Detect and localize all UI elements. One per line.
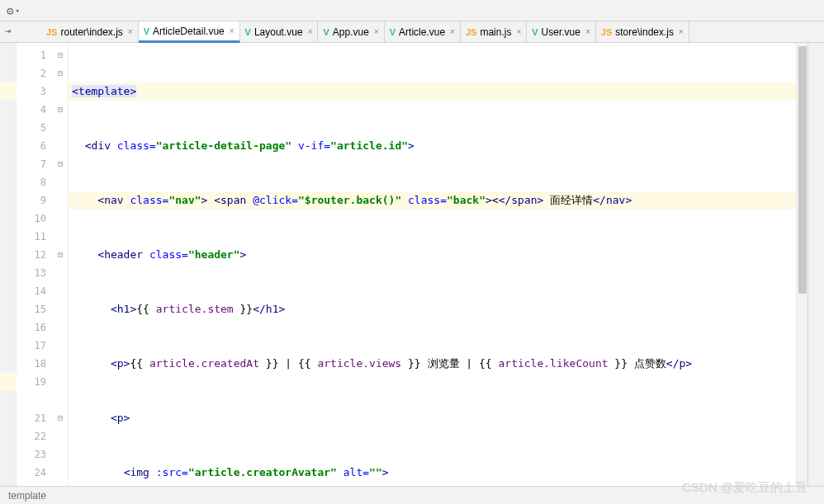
fold-toggle-icon[interactable]: ⊟ bbox=[53, 246, 68, 264]
vue-file-icon: V bbox=[245, 27, 251, 37]
dropdown-icon[interactable]: ▾ bbox=[15, 7, 19, 15]
line-number[interactable]: 8 bbox=[17, 173, 53, 191]
line-number[interactable]: 18 bbox=[17, 355, 53, 373]
tab-articledetail-vue[interactable]: VArticleDetail.vue× bbox=[139, 21, 240, 43]
js-file-icon: JS bbox=[466, 27, 476, 37]
editor-area: 123456789101112131415161718192122232425 … bbox=[0, 43, 824, 486]
code-content[interactable]: <template> <div class="article-detail-pa… bbox=[68, 43, 796, 486]
right-sidebar bbox=[807, 43, 824, 486]
tab-label: main.js bbox=[480, 26, 511, 38]
vue-file-icon: V bbox=[532, 27, 537, 37]
code-line-3[interactable]: <nav class="nav"> <span @click="$router.… bbox=[69, 191, 796, 210]
line-number[interactable]: 2 bbox=[17, 64, 53, 82]
tab-layout-vue[interactable]: VLayout.vue× bbox=[240, 21, 319, 42]
tab-label: App.vue bbox=[333, 26, 369, 38]
gear-icon[interactable]: ⚙ bbox=[7, 4, 13, 17]
tab-label: ArticleDetail.vue bbox=[153, 26, 225, 37]
fold-toggle-icon[interactable]: ⊟ bbox=[53, 64, 68, 82]
vue-file-icon: V bbox=[390, 27, 395, 37]
line-number[interactable]: 12 bbox=[17, 246, 53, 264]
tab-app-vue[interactable]: VApp.vue× bbox=[318, 21, 384, 42]
js-file-icon: JS bbox=[46, 27, 57, 37]
line-number[interactable]: 10 bbox=[17, 210, 53, 228]
close-icon[interactable]: × bbox=[128, 27, 133, 36]
tab-label: Article.vue bbox=[399, 26, 445, 38]
code-line-2[interactable]: <div class="article-detail-page" v-if="a… bbox=[69, 137, 796, 155]
tab-label: Layout.vue bbox=[254, 26, 303, 38]
line-number[interactable]: 19 bbox=[17, 373, 53, 391]
close-icon[interactable]: × bbox=[585, 27, 590, 36]
line-number-gutter: 123456789101112131415161718192122232425 bbox=[17, 43, 53, 486]
line-number[interactable] bbox=[17, 391, 53, 409]
left-gutter bbox=[0, 43, 17, 486]
line-number[interactable]: 4 bbox=[17, 101, 53, 119]
line-number[interactable]: 5 bbox=[17, 119, 53, 137]
line-number[interactable]: 17 bbox=[17, 337, 53, 355]
line-number[interactable]: 13 bbox=[17, 264, 53, 282]
tab-user-vue[interactable]: VUser.vue× bbox=[527, 21, 596, 42]
tab-label: User.vue bbox=[542, 26, 580, 38]
line-number[interactable]: 6 bbox=[17, 137, 53, 155]
js-file-icon: JS bbox=[601, 27, 612, 37]
line-number[interactable]: 23 bbox=[17, 445, 53, 464]
line-number[interactable]: 9 bbox=[17, 191, 53, 210]
close-icon[interactable]: × bbox=[308, 27, 313, 36]
line-number[interactable]: 22 bbox=[17, 427, 53, 445]
line-number[interactable]: 3 bbox=[17, 82, 53, 101]
line-number[interactable]: 7 bbox=[17, 155, 53, 173]
vue-file-icon: V bbox=[144, 26, 149, 36]
code-line-4[interactable]: <header class="header"> bbox=[69, 246, 796, 264]
code-line-1[interactable]: <template> bbox=[69, 82, 796, 101]
tab-label: router\index.js bbox=[60, 26, 122, 38]
close-icon[interactable]: × bbox=[679, 27, 684, 36]
scroll-thumb[interactable] bbox=[798, 46, 807, 294]
fold-toggle-icon[interactable]: ⊟ bbox=[53, 101, 68, 119]
code-line-6[interactable]: <p>{{ article.createdAt }} | {{ article.… bbox=[69, 355, 796, 373]
code-line-7[interactable]: <p> bbox=[69, 409, 796, 427]
line-number[interactable]: 16 bbox=[17, 318, 53, 337]
close-icon[interactable]: × bbox=[374, 27, 379, 36]
top-toolbar: ⚙ ▾ bbox=[0, 0, 824, 21]
vue-file-icon: V bbox=[323, 27, 329, 37]
vertical-scrollbar[interactable] bbox=[796, 43, 807, 486]
line-number[interactable]: 15 bbox=[17, 300, 53, 318]
breadcrumb[interactable]: template bbox=[8, 490, 46, 502]
fold-gutter: ⊟⊟⊟⊟⊟⊟ bbox=[53, 43, 68, 486]
fold-toggle-icon[interactable]: ⊟ bbox=[53, 155, 68, 173]
code-line-5[interactable]: <h1>{{ article.stem }}</h1> bbox=[69, 300, 796, 318]
line-number[interactable]: 11 bbox=[17, 228, 53, 246]
line-number[interactable]: 24 bbox=[17, 464, 53, 482]
tab-router-index-js[interactable]: JSrouter\index.js× bbox=[41, 21, 139, 42]
fold-toggle-icon[interactable]: ⊟ bbox=[53, 409, 68, 427]
line-number[interactable]: 21 bbox=[17, 409, 53, 427]
close-icon[interactable]: × bbox=[450, 27, 455, 36]
tab-main-js[interactable]: JSmain.js× bbox=[461, 21, 527, 42]
line-number[interactable]: 14 bbox=[17, 282, 53, 300]
watermark: CSDN @爱吃豆的土豆 bbox=[682, 480, 807, 496]
tab-article-vue[interactable]: VArticle.vue× bbox=[385, 21, 461, 42]
close-icon[interactable]: × bbox=[516, 27, 521, 36]
close-icon[interactable]: × bbox=[230, 26, 234, 35]
tab-store-index-js[interactable]: JSstore\index.js× bbox=[596, 21, 689, 42]
tabs-bar: ⇥ JSrouter\index.js×VArticleDetail.vue×V… bbox=[0, 21, 824, 43]
collapse-icon[interactable]: ⇥ bbox=[5, 25, 11, 36]
line-number[interactable]: 1 bbox=[17, 46, 53, 64]
fold-toggle-icon[interactable]: ⊟ bbox=[53, 46, 68, 64]
tab-label: store\index.js bbox=[615, 26, 674, 38]
code-line-8[interactable]: <img :src="article.creatorAvatar" alt=""… bbox=[69, 464, 796, 482]
